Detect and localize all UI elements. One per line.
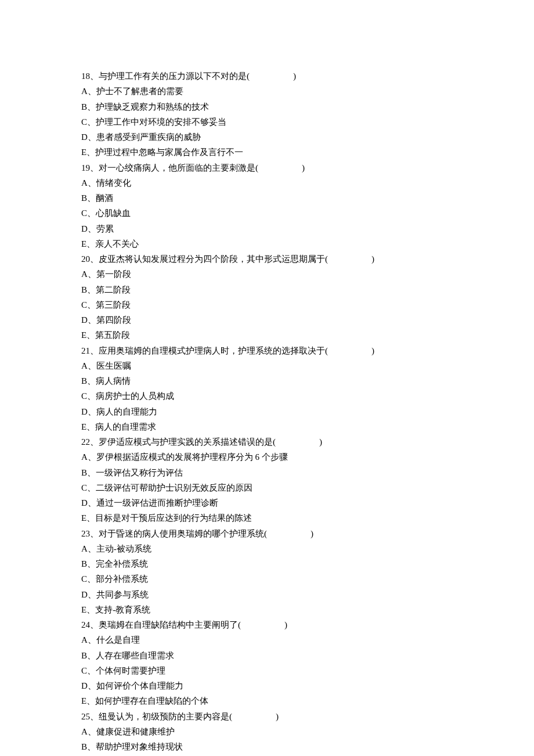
question-stem: 24、奥瑞姆在自理缺陷结构中主要阐明了( ) [81, 617, 453, 632]
option[interactable]: E、第五阶段 [81, 327, 453, 343]
option[interactable]: A、情绪变化 [81, 175, 453, 190]
option[interactable]: C、护理工作中对环境的安排不够妥当 [81, 114, 453, 129]
question-number: 21 [81, 346, 90, 355]
question-number: 18 [81, 71, 90, 81]
question-number: 19 [81, 163, 90, 172]
question-stem: 22、罗伊适应模式与护理实践的关系描述错误的是( ) [81, 434, 453, 449]
option[interactable]: C、个体何时需要护理 [81, 663, 453, 678]
question-20: 20、皮亚杰将认知发展过程分为四个阶段，其中形式运思期属于( )A、第一阶段B、… [81, 251, 453, 343]
paren-close: ) [284, 620, 287, 629]
option[interactable]: E、亲人不关心 [81, 236, 453, 251]
question-stem: 19、对一心绞痛病人，他所面临的主要刺激是( ) [81, 160, 453, 175]
option[interactable]: C、二级评估可帮助护士识别无效反应的原因 [81, 480, 453, 495]
question-stem: 23、对于昏迷的病人使用奥瑞姆的哪个护理系统( ) [81, 526, 453, 541]
option[interactable]: E、护理过程中忽略与家属合作及言行不一 [81, 145, 453, 160]
option[interactable]: D、患者感受到严重疾病的威胁 [81, 129, 453, 145]
question-stem: 25、纽曼认为，初级预防的主要内容是( ) [81, 709, 453, 724]
answer-blank[interactable] [267, 526, 311, 541]
option[interactable]: D、第四阶段 [81, 312, 453, 327]
question-text: 、对于昏迷的病人使用奥瑞姆的哪个护理系统( [90, 529, 267, 538]
question-number: 20 [81, 254, 90, 264]
question-21: 21、应用奥瑞姆的自理模式护理病人时，护理系统的选择取决于( )A、医生医嘱B、… [81, 343, 453, 435]
option[interactable]: D、病人的自理能力 [81, 404, 453, 419]
option[interactable]: C、第三阶段 [81, 297, 453, 312]
option[interactable]: C、心肌缺血 [81, 206, 453, 221]
paren-close: ) [302, 163, 305, 172]
option[interactable]: A、护士不了解患者的需要 [81, 84, 453, 99]
question-text: 、对一心绞痛病人，他所面临的主要刺激是( [90, 163, 258, 172]
option[interactable]: B、病人病情 [81, 373, 453, 388]
option[interactable]: D、劳累 [81, 221, 453, 236]
question-stem: 20、皮亚杰将认知发展过程分为四个阶段，其中形式运思期属于( ) [81, 251, 453, 267]
answer-blank[interactable] [232, 709, 276, 724]
option[interactable]: A、罗伊根据适应模式的发展将护理程序分为 6 个步骤 [81, 449, 453, 465]
question-text: 、与护理工作有关的压力源以下不对的是( [90, 71, 250, 81]
question-number: 22 [81, 437, 90, 447]
answer-blank[interactable] [328, 251, 371, 267]
option[interactable]: A、主动-被动系统 [81, 541, 453, 556]
paren-close: ) [311, 529, 313, 538]
answer-blank[interactable] [250, 69, 293, 84]
option[interactable]: B、第二阶段 [81, 282, 453, 297]
paren-close: ) [371, 346, 374, 355]
option[interactable]: C、病房护士的人员构成 [81, 388, 453, 404]
option[interactable]: B、完全补偿系统 [81, 556, 453, 571]
question-24: 24、奥瑞姆在自理缺陷结构中主要阐明了( )A、什么是自理B、人存在哪些自理需求… [81, 617, 453, 709]
option[interactable]: C、部分补偿系统 [81, 571, 453, 586]
paren-close: ) [319, 437, 322, 447]
question-number: 24 [81, 620, 90, 629]
document-content: 18、与护理工作有关的压力源以下不对的是( )A、护士不了解患者的需要B、护理缺… [81, 69, 453, 754]
answer-blank[interactable] [241, 617, 284, 632]
option[interactable]: B、人存在哪些自理需求 [81, 648, 453, 663]
question-25: 25、纽曼认为，初级预防的主要内容是( )A、健康促进和健康维护B、帮助护理对象… [81, 709, 453, 755]
question-text: 、皮亚杰将认知发展过程分为四个阶段，其中形式运思期属于( [90, 254, 328, 264]
paren-close: ) [276, 712, 279, 721]
question-23: 23、对于昏迷的病人使用奥瑞姆的哪个护理系统( )A、主动-被动系统B、完全补偿… [81, 526, 453, 618]
question-number: 25 [81, 712, 90, 721]
option[interactable]: B、一级评估又称行为评估 [81, 465, 453, 480]
option[interactable]: E、支持-教育系统 [81, 602, 453, 617]
option[interactable]: B、酗酒 [81, 190, 453, 206]
answer-blank[interactable] [328, 343, 371, 358]
question-22: 22、罗伊适应模式与护理实践的关系描述错误的是( )A、罗伊根据适应模式的发展将… [81, 434, 453, 526]
question-text: 、罗伊适应模式与护理实践的关系描述错误的是( [90, 437, 276, 447]
question-text: 、应用奥瑞姆的自理模式护理病人时，护理系统的选择取决于( [90, 346, 328, 355]
option[interactable]: B、护理缺乏观察力和熟练的技术 [81, 99, 453, 114]
option[interactable]: D、共同参与系统 [81, 587, 453, 602]
question-text: 、纽曼认为，初级预防的主要内容是( [90, 712, 232, 721]
option[interactable]: A、第一阶段 [81, 267, 453, 282]
option[interactable]: A、医生医嘱 [81, 358, 453, 373]
question-18: 18、与护理工作有关的压力源以下不对的是( )A、护士不了解患者的需要B、护理缺… [81, 69, 453, 160]
answer-blank[interactable] [276, 434, 319, 449]
answer-blank[interactable] [258, 160, 302, 175]
option[interactable]: A、什么是自理 [81, 632, 453, 647]
option[interactable]: E、目标是对干预后应达到的行为结果的陈述 [81, 510, 453, 525]
option[interactable]: E、如何护理存在自理缺陷的个体 [81, 693, 453, 708]
paren-close: ) [371, 254, 374, 264]
question-number: 23 [81, 529, 90, 538]
question-19: 19、对一心绞痛病人，他所面临的主要刺激是( )A、情绪变化B、酗酒C、心肌缺血… [81, 160, 453, 252]
question-stem: 18、与护理工作有关的压力源以下不对的是( ) [81, 69, 453, 84]
question-stem: 21、应用奥瑞姆的自理模式护理病人时，护理系统的选择取决于( ) [81, 343, 453, 358]
paren-close: ) [293, 71, 296, 81]
option[interactable]: D、如何评价个体自理能力 [81, 678, 453, 693]
option[interactable]: D、通过一级评估进而推断护理诊断 [81, 495, 453, 510]
option[interactable]: E、病人的自理需求 [81, 419, 453, 434]
question-text: 、奥瑞姆在自理缺陷结构中主要阐明了( [90, 620, 241, 629]
option[interactable]: A、健康促进和健康维护 [81, 724, 453, 739]
option[interactable]: B、帮助护理对象维持现状 [81, 739, 453, 754]
